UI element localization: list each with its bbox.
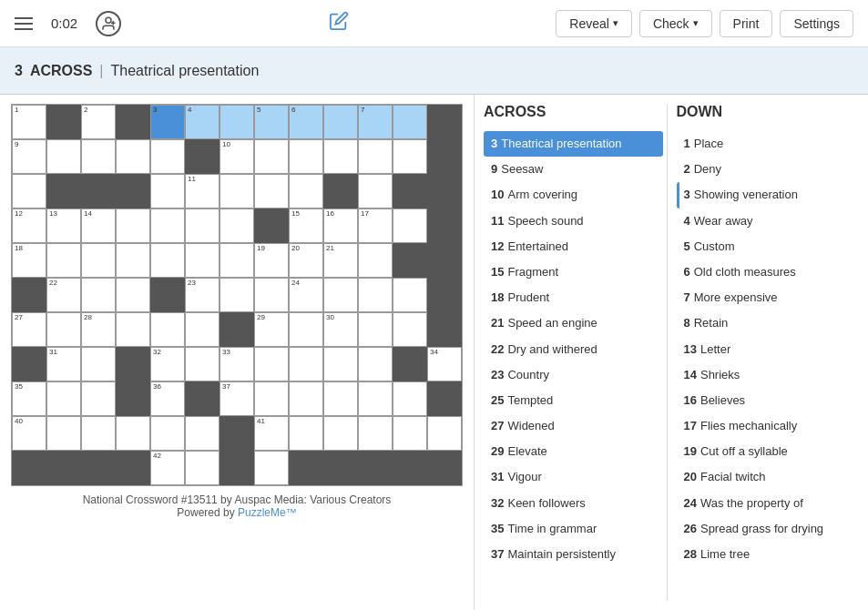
cell-r2c3[interactable]: [81, 139, 116, 174]
cell-r7c9[interactable]: [289, 312, 323, 347]
cell-r6c6[interactable]: 23: [185, 278, 220, 312]
cell-r9c12[interactable]: [393, 381, 427, 416]
cell-r9c8[interactable]: [254, 381, 289, 416]
cell-r8c13[interactable]: 34: [427, 347, 462, 381]
cell-r10c10[interactable]: [323, 416, 358, 451]
across-clue-27[interactable]: 27Widened: [484, 413, 663, 439]
down-clue-1[interactable]: 1Place: [677, 131, 856, 157]
down-clue-17[interactable]: 17Flies mechanically: [677, 413, 856, 439]
cell-r2c9[interactable]: [289, 139, 323, 174]
cell-r1c5[interactable]: 3: [150, 105, 185, 139]
down-clue-7[interactable]: 7More expensive: [677, 285, 856, 310]
cell-r1c9[interactable]: 6: [289, 105, 323, 139]
cell-r4c12[interactable]: [393, 208, 427, 243]
cell-r8c10[interactable]: [323, 347, 358, 381]
cell-r3c5[interactable]: [150, 174, 185, 208]
print-button[interactable]: Print: [720, 10, 773, 37]
cell-r9c1[interactable]: 35: [12, 381, 46, 416]
across-clue-3[interactable]: 3Theatrical presentation: [484, 131, 663, 157]
settings-button[interactable]: Settings: [780, 10, 853, 37]
cell-r9c9[interactable]: [289, 381, 323, 416]
cell-r10c9[interactable]: [289, 416, 323, 451]
cell-r8c2[interactable]: 31: [46, 347, 81, 381]
cell-r8c6[interactable]: [185, 347, 220, 381]
down-clue-24[interactable]: 24Was the property of: [677, 491, 856, 516]
cell-r2c11[interactable]: [358, 139, 393, 174]
cell-r10c11[interactable]: [358, 416, 393, 451]
down-clue-20[interactable]: 20Facial twitch: [677, 464, 856, 490]
down-clue-19[interactable]: 19Cut off a syllable: [677, 439, 856, 464]
cell-r10c5[interactable]: [150, 416, 185, 451]
cell-r10c6[interactable]: [185, 416, 220, 451]
cell-r8c5[interactable]: 32: [150, 347, 185, 381]
cell-r2c8[interactable]: [254, 139, 289, 174]
cell-r5c6[interactable]: [185, 243, 220, 278]
cell-r2c12[interactable]: [393, 139, 427, 174]
cell-r1c12[interactable]: [393, 105, 427, 139]
cell-r7c4[interactable]: [116, 312, 150, 347]
cell-r7c6[interactable]: [185, 312, 220, 347]
cell-r1c11[interactable]: 7: [358, 105, 393, 139]
cell-r9c10[interactable]: [323, 381, 358, 416]
cell-r7c1[interactable]: 27: [12, 312, 46, 347]
across-clue-18[interactable]: 18Prudent: [484, 285, 663, 310]
cell-r4c10[interactable]: 16: [323, 208, 358, 243]
cell-r9c5[interactable]: 36: [150, 381, 185, 416]
down-clue-26[interactable]: 26Spread grass for drying: [677, 516, 856, 542]
cell-r6c2[interactable]: 22: [46, 278, 81, 312]
cell-r2c5[interactable]: [150, 139, 185, 174]
cell-r5c7[interactable]: [220, 243, 254, 278]
cell-r8c9[interactable]: [289, 347, 323, 381]
down-clue-4[interactable]: 4Wear away: [677, 208, 856, 234]
cell-r2c2[interactable]: [46, 139, 81, 174]
across-clue-29[interactable]: 29Elevate: [484, 439, 663, 464]
cell-r8c7[interactable]: 33: [220, 347, 254, 381]
cell-r10c1[interactable]: 40: [12, 416, 46, 451]
cell-r10c8[interactable]: 41: [254, 416, 289, 451]
cell-r5c5[interactable]: [150, 243, 185, 278]
across-clue-12[interactable]: 12Entertained: [484, 234, 663, 259]
cell-r7c12[interactable]: [393, 312, 427, 347]
cell-r3c6[interactable]: 11: [185, 174, 220, 208]
cell-r6c3[interactable]: [81, 278, 116, 312]
cell-r4c7[interactable]: [220, 208, 254, 243]
cell-r8c3[interactable]: [81, 347, 116, 381]
across-clue-32[interactable]: 32Keen followers: [484, 491, 663, 516]
reveal-button[interactable]: Reveal: [556, 10, 632, 37]
cell-r4c6[interactable]: [185, 208, 220, 243]
cell-r6c12[interactable]: [393, 278, 427, 312]
cell-r4c3[interactable]: 14: [81, 208, 116, 243]
cell-r6c8[interactable]: [254, 278, 289, 312]
cell-r5c9[interactable]: 20: [289, 243, 323, 278]
cell-r3c8[interactable]: [254, 174, 289, 208]
cell-r2c4[interactable]: [116, 139, 150, 174]
cell-r1c1[interactable]: 1: [12, 105, 46, 139]
cell-r1c8[interactable]: 5: [254, 105, 289, 139]
cell-r9c2[interactable]: [46, 381, 81, 416]
menu-icon[interactable]: [15, 17, 33, 30]
check-button[interactable]: Check: [639, 10, 712, 37]
cell-r2c10[interactable]: [323, 139, 358, 174]
cell-r1c10[interactable]: [323, 105, 358, 139]
across-clues-list[interactable]: 3Theatrical presentation9Seesaw10Arm cov…: [484, 131, 667, 601]
down-clue-13[interactable]: 13Letter: [677, 337, 856, 362]
cell-r10c2[interactable]: [46, 416, 81, 451]
cell-r4c5[interactable]: [150, 208, 185, 243]
cell-r11c6[interactable]: [185, 451, 220, 485]
cell-r4c4[interactable]: [116, 208, 150, 243]
cell-r4c9[interactable]: 15: [289, 208, 323, 243]
across-clue-11[interactable]: 11Speech sound: [484, 208, 663, 234]
cell-r8c8[interactable]: [254, 347, 289, 381]
down-clue-16[interactable]: 16Believes: [677, 388, 856, 413]
across-clue-22[interactable]: 22Dry and withered: [484, 337, 663, 362]
across-clue-31[interactable]: 31Vigour: [484, 464, 663, 490]
cell-r1c6[interactable]: 4: [185, 105, 220, 139]
cell-r6c10[interactable]: [323, 278, 358, 312]
cell-r5c2[interactable]: [46, 243, 81, 278]
down-clue-6[interactable]: 6Old cloth measures: [677, 259, 856, 285]
cell-r4c1[interactable]: 12: [12, 208, 46, 243]
pencil-icon[interactable]: [329, 11, 349, 36]
across-clue-37[interactable]: 37Maintain persistently: [484, 542, 663, 567]
across-clue-23[interactable]: 23Country: [484, 362, 663, 388]
across-clue-15[interactable]: 15Fragment: [484, 259, 663, 285]
